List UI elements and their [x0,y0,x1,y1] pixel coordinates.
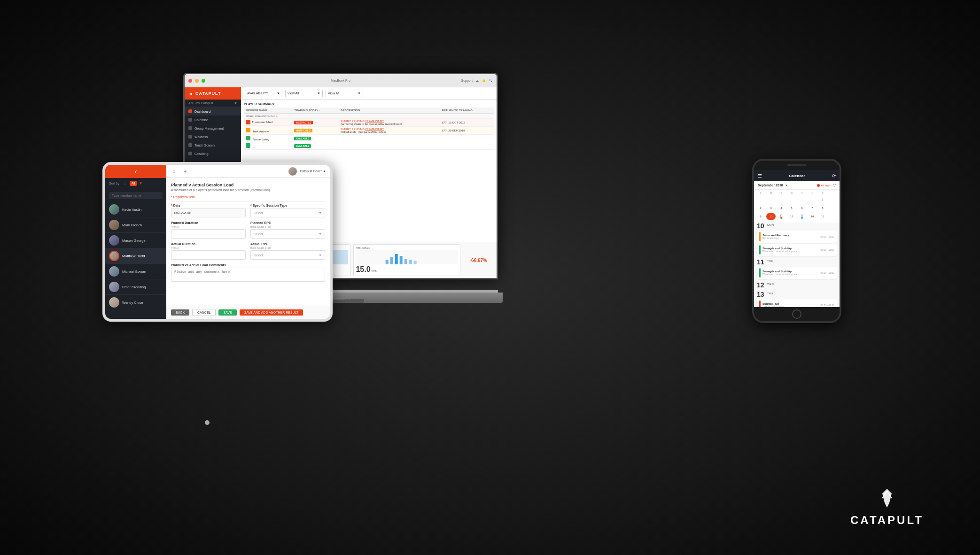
cal-day[interactable]: 1 [818,196,827,203]
save-add-button[interactable]: SAVE AND ADD ANOTHER RESULT [240,309,303,316]
cal-day[interactable]: ... [787,196,796,203]
sort-option-arrows[interactable]: ↕ [122,181,128,186]
required-field-label: * Required Field [171,195,325,199]
laptop-model-label: MacBook Pro [331,79,350,82]
day-group-13: 13 THU Sunrise Run Start at Park St gate… [757,291,837,307]
sidebar-subtitle: AMS by Catapult ▼ [185,100,241,107]
hamburger-icon[interactable]: ☰ [758,173,762,178]
cal-day[interactable]: 9 [756,213,765,220]
cal-day[interactable]: 7 [808,204,817,212]
event-info: Sunrise Run Start at Park St gate [762,302,819,307]
svg-rect-5 [409,260,412,264]
filter-icon[interactable]: ▽ [833,183,836,187]
cloud-icon[interactable]: ☁ [475,79,479,83]
sidebar-item-wellness[interactable]: Wellness [185,132,241,141]
phone-header: ☰ Calendar ⟳ [754,170,840,181]
cal-day[interactable]: 15 [818,213,827,220]
event-strength-stability-1[interactable]: Strength and Stability West North corner… [757,244,837,256]
event-strength-stability-2[interactable]: Strength and Stability West North corner… [757,267,837,279]
svg-rect-1 [390,257,393,264]
sidebar-item-touchscreen[interactable]: Touch Screen [185,141,241,149]
cal-day[interactable]: 8 [818,204,827,212]
list-item-peter-crodding[interactable]: Peter Crodding [105,279,166,295]
sort-option-all[interactable]: All [130,181,137,186]
table-row[interactable]: Tusk Andrew MONITORED INJURY PENDING CRE… [244,127,494,135]
cal-day[interactable] [808,196,817,203]
player-name-mark-french: Mark French [122,223,142,227]
cal-day[interactable]: 6 [797,204,807,212]
back-nav-icon[interactable]: ◀ [181,168,188,175]
cancel-button[interactable]: CANCEL [192,309,216,316]
cal-day[interactable]: 4 [777,204,786,212]
status-monitored-badge: MONITORED [294,129,312,132]
status-available-badge-2: AVAILABLE [294,144,311,148]
player-table: MEMBER NAME TRAINING TODAY ↓ DESCRIPTION… [244,108,494,150]
sort-dropdown-icon[interactable]: ▼ [139,181,142,185]
macbook-label: MacBook Pro [331,297,350,301]
table-row[interactable]: Reece Bailey AVAILABLE [244,135,494,142]
cal-week-3: 9 10 11 12 13 14 [756,213,838,220]
cal-day[interactable] [766,196,776,203]
team-filter[interactable]: All team [817,184,831,187]
view-all-dropdown-2[interactable]: View All ▼ [326,90,363,97]
comments-textarea[interactable] [171,268,325,282]
player-name-cell: Thompson Albert [244,119,292,126]
list-item-matthew-dodd[interactable]: Matthew Dodd [105,248,166,264]
sidebar-item-group-management[interactable]: Group Management [185,124,241,132]
ams-header: MacBook Pro Support ☁ 🔔 🔍 [185,74,497,87]
cal-day[interactable]: 2 [756,204,765,212]
cal-day[interactable] [777,196,786,203]
list-item-mason-george[interactable]: Mason George [105,233,166,248]
speed-chart [356,250,458,264]
table-row[interactable]: ... AVAILABLE [244,142,494,150]
bell-icon[interactable]: 🔔 [482,79,486,83]
cal-day[interactable] [797,196,807,203]
cal-day[interactable]: 12 [787,213,796,220]
save-button[interactable]: SAVE [218,309,236,316]
planned-duration-input[interactable] [171,229,246,239]
list-item-michael-bowan[interactable]: Michael Bowan [105,264,166,279]
phone-frame: ☰ Calendar ⟳ September 2018 ▼ All team [752,159,841,323]
sidebar-item-coaching[interactable]: Coaching [185,149,241,158]
svg-rect-4 [404,259,407,264]
avatar-peter-crodding [109,282,119,292]
player-summary-title: PLAYER SUMMARY [244,102,494,106]
tablet-device: ‹ Sort by: ↕ All ▼ Kevin Austin [102,162,333,322]
chevron-left-icon[interactable]: ‹ [135,168,137,175]
refresh-icon[interactable]: ⟳ [832,173,836,178]
planned-duration-hint: (mins) [171,225,246,228]
cal-day-today[interactable]: 10 [766,213,776,220]
session-type-select[interactable]: Select ▼ [250,208,325,217]
cal-day[interactable]: 14 [808,213,817,220]
form-group-session-type: * Specific Session Type Select ▼ [250,204,325,217]
cal-day[interactable]: 3 [766,204,776,212]
tablet-form-area: Planned v Actual Session Load A measures… [166,178,330,306]
actual-rpe-select[interactable]: Select ▼ [250,250,325,260]
table-row[interactable]: Thompson Albert RESTRICTED INJURY PENDIN… [244,119,494,127]
list-item-kevin-austin[interactable]: Kevin Austin [105,202,166,217]
avatar-matthew-dodd [109,251,119,261]
view-all-dropdown-1[interactable]: View All ▼ [285,90,323,97]
dashboard-icon [188,109,192,113]
list-item-mark-french[interactable]: Mark French [105,217,166,233]
search-icon[interactable]: 🔍 [489,79,493,83]
back-button[interactable]: BACK [171,309,189,316]
planned-rpe-select[interactable]: Select ▼ [250,229,325,239]
actual-duration-input[interactable] [171,250,246,260]
event-sunrise-run[interactable]: Sunrise Run Start at Park St gate 05:00 … [757,299,837,307]
availability-dropdown[interactable]: AVAILABILITY ▼ [245,90,282,97]
cal-day[interactable]: 5 [787,204,796,212]
sidebar-item-calendar[interactable]: Calendar [185,116,241,124]
tablet-search-input[interactable] [109,192,163,199]
event-swim-recovery[interactable]: Swim and Recovery Richmond Pool 09:00 - … [757,231,837,243]
cal-day-dot-blue[interactable]: 13 [797,213,807,220]
home-icon[interactable]: ⌂ [171,168,178,175]
cal-day[interactable] [756,196,765,203]
home-button-circle[interactable] [792,309,801,319]
date-input[interactable]: 06-12-2018 [171,208,246,217]
cal-day-dot[interactable]: 11 [777,213,786,220]
list-item-wendy-close[interactable]: Wendy Close [105,295,166,310]
expand-icon[interactable]: ▼ [785,184,788,187]
sidebar-item-dashboard[interactable]: Dashboard [185,107,241,116]
form-group-planned-duration: Planned Duration (mins) [171,221,246,239]
